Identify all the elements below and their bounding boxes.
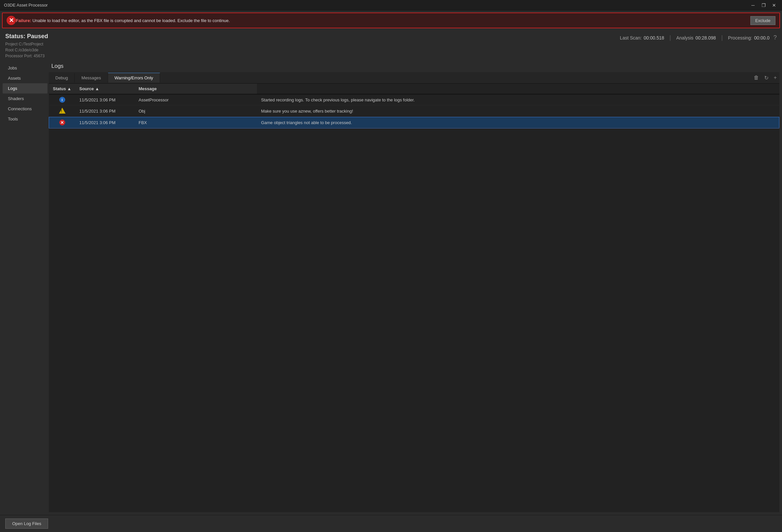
tab-messages[interactable]: Messages (75, 73, 108, 83)
minimize-button[interactable]: ─ (749, 1, 757, 9)
app-title: O3DE Asset Processor (4, 3, 48, 8)
source-cell-2: Obj (135, 105, 257, 117)
titlebar: O3DE Asset Processor ─ ❐ ✕ (0, 0, 782, 10)
sidebar-item-connections[interactable]: Connections (3, 104, 47, 114)
clear-logs-button[interactable]: 🗑 (751, 72, 761, 83)
table-row[interactable]: 11/5/2021 3:06 PM Obj Make sure you use … (49, 105, 779, 117)
panel-title: Logs (49, 63, 779, 72)
source-cell-3: FBX (135, 117, 257, 128)
info-icon: i (59, 97, 65, 103)
error-banner-bold: Failure: (16, 18, 31, 23)
table-header-row: Status ▲ Source ▲ Message (49, 84, 779, 94)
error-banner: ✕ Failure: Unable to load the editor, as… (2, 12, 780, 28)
status-cell-1: i (49, 94, 75, 105)
table-row[interactable]: i 11/5/2021 3:06 PM AssetProcessor Start… (49, 94, 779, 105)
sidebar-item-jobs[interactable]: Jobs (3, 63, 47, 73)
refresh-logs-button[interactable]: ↻ (761, 72, 771, 83)
tab-debug[interactable]: Debug (49, 73, 75, 83)
exclude-button[interactable]: Exclude (750, 16, 775, 25)
message-cell-1: Started recording logs. To check previou… (257, 94, 779, 105)
log-table: Status ▲ Source ▲ Message i 11/5/2021 3:… (49, 84, 779, 512)
log-entries-table: Status ▲ Source ▲ Message i 11/5/2021 3:… (49, 84, 779, 128)
table-row[interactable]: ✕ 11/5/2021 3:06 PM FBX Game object tria… (49, 117, 779, 128)
bottom-bar: Open Log Files (0, 515, 782, 532)
status-port: Processor Port: 45673 (5, 53, 48, 59)
logs-panel: Logs Debug Messages Warning/Errors Only … (49, 63, 779, 512)
col-header-source[interactable]: Source ▲ (75, 84, 135, 94)
close-button[interactable]: ✕ (770, 1, 778, 9)
main-content: Jobs Assets Logs Shaders Connections Too… (0, 60, 782, 515)
datetime-cell-3: 11/5/2021 3:06 PM (75, 117, 135, 128)
status-cell-3: ✕ (49, 117, 75, 128)
status-project: Project C:/TestProject (5, 41, 48, 47)
source-cell-1: AssetProcessor (135, 94, 257, 105)
timer-last-scan: Last Scan: 00:00.518 (620, 35, 664, 40)
message-cell-2: Make sure you use aznew, offers better t… (257, 105, 779, 117)
message-cell-3: Game object triangles not able to be pro… (257, 117, 779, 128)
tab-warnings[interactable]: Warning/Errors Only (108, 73, 160, 83)
status-title: Status: Paused (5, 33, 48, 40)
error-icon: ✕ (59, 119, 65, 125)
timer-sep-2: | (721, 34, 723, 41)
error-banner-icon: ✕ (7, 16, 16, 25)
error-banner-text: Failure: Unable to load the editor, as t… (16, 18, 746, 23)
timer-processing: Processing: 00:00.0 (728, 35, 770, 40)
status-area: Status: Paused Project C:/TestProject Ro… (0, 30, 782, 60)
timer-analysis: Analysis 00:28.098 (676, 35, 716, 40)
datetime-cell-1: 11/5/2021 3:06 PM (75, 94, 135, 105)
sidebar: Jobs Assets Logs Shaders Connections Too… (3, 63, 49, 512)
sidebar-item-shaders[interactable]: Shaders (3, 93, 47, 104)
window-controls: ─ ❐ ✕ (749, 1, 778, 9)
col-header-status[interactable]: Status ▲ (49, 84, 75, 94)
sidebar-item-tools[interactable]: Tools (3, 114, 47, 124)
datetime-cell-2: 11/5/2021 3:06 PM (75, 105, 135, 117)
warning-icon (59, 108, 66, 114)
sidebar-item-assets[interactable]: Assets (3, 73, 47, 83)
status-root: Root C:/o3de/o3de (5, 47, 48, 53)
timer-sep-1: | (669, 34, 671, 41)
error-banner-body: Unable to load the editor, as the FBX fi… (31, 18, 230, 23)
open-log-files-button[interactable]: Open Log Files (5, 519, 48, 529)
logs-tabs-row: Debug Messages Warning/Errors Only 🗑 ↻ + (49, 72, 779, 84)
status-cell-2 (49, 105, 75, 117)
help-icon[interactable]: ? (774, 34, 777, 41)
restore-button[interactable]: ❐ (759, 1, 768, 9)
add-log-button[interactable]: + (771, 72, 779, 83)
sidebar-item-logs[interactable]: Logs (3, 83, 47, 93)
col-header-message[interactable]: Message (135, 84, 257, 94)
